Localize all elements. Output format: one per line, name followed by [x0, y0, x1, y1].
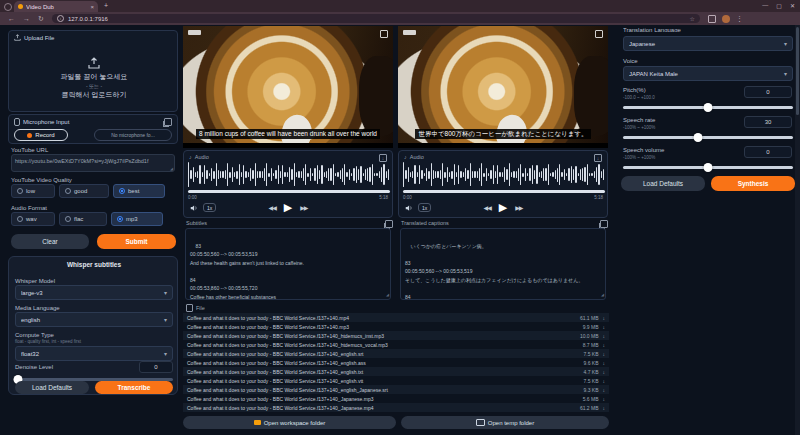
menu-icon[interactable]: ⋮	[736, 15, 743, 23]
file-row[interactable]: Coffee and what it does to your body - B…	[183, 313, 609, 322]
media-language-select[interactable]: english ▾	[15, 312, 173, 327]
submit-button[interactable]: Submit	[97, 234, 176, 249]
synthesis-button[interactable]: Synthesis	[711, 176, 795, 191]
volume-value[interactable]: 0	[744, 146, 792, 158]
resize-handle-icon[interactable]: ◢	[386, 292, 389, 299]
download-icon[interactable]: ↓	[603, 324, 610, 330]
play-icon[interactable]: ▶	[499, 201, 507, 214]
close-icon[interactable]: ✕	[790, 2, 795, 9]
slider-handle[interactable]	[704, 163, 713, 172]
file-row[interactable]: Coffee and what it does to your body - B…	[183, 322, 609, 331]
download-icon[interactable]: ↓	[603, 387, 610, 393]
browser-tab[interactable]: Video Dub ×	[14, 1, 98, 12]
minimize-icon[interactable]: —	[762, 2, 768, 9]
file-row[interactable]: Coffee and what it does to your body - B…	[183, 376, 609, 385]
file-row[interactable]: Coffee and what it does to your body - B…	[183, 340, 609, 349]
upload-panel[interactable]: Upload File 파일을 끌어 놓으세요 - 또는 - 클릭해서 업로드하…	[8, 30, 178, 112]
whisper-load-defaults-button[interactable]: Load Defaults	[15, 381, 89, 394]
rewind-icon[interactable]: ◀◀	[269, 204, 276, 211]
audio-download-icon[interactable]: ↓	[379, 154, 387, 162]
download-icon[interactable]: ↓	[603, 360, 610, 366]
file-row[interactable]: Coffee and what it does to your body - B…	[183, 358, 609, 367]
waveform[interactable]	[403, 162, 605, 187]
transcribe-button[interactable]: Transcribe	[95, 381, 173, 394]
resize-handle-icon[interactable]: ◢	[170, 166, 173, 171]
file-row[interactable]: Coffee and what it does to your body - B…	[183, 394, 609, 403]
address-bar[interactable]: i 127.0.0.1:7916 ☆	[52, 14, 700, 23]
youtube-url-input[interactable]: https://youtu.be/0wEXtD7Y0kM?si=yJjWgJ7i…	[11, 154, 175, 172]
translated-captions-textarea[interactable]: いくつかの癌とパーキンソン病。 83 00:05:50,560 --> 00:0…	[400, 228, 606, 300]
waveform-scrollbar[interactable]	[188, 190, 390, 193]
back-icon[interactable]: ←	[8, 15, 15, 22]
whisper-model-select[interactable]: large-v3 ▾	[15, 285, 173, 300]
fast-forward-icon[interactable]: ▶▶	[300, 204, 307, 211]
fullscreen-icon[interactable]	[595, 30, 603, 38]
subtitles-textarea[interactable]: 83 00:05:50,560 --> 00:05:53,519 And the…	[185, 228, 391, 300]
quality-option-low[interactable]: low	[11, 184, 55, 198]
mic-device-select[interactable]: No microphone fo...	[94, 129, 172, 141]
translation-language-select[interactable]: Japanese ▾	[623, 36, 793, 51]
new-tab-button[interactable]: +	[104, 2, 108, 9]
fast-forward-icon[interactable]: ▶▶	[515, 204, 522, 211]
format-option-mp3[interactable]: mp3	[111, 212, 163, 226]
download-icon[interactable]: ↓	[603, 315, 610, 321]
mic-settings-icon[interactable]	[164, 118, 172, 126]
compute-type-select[interactable]: float32 ▾	[15, 346, 173, 361]
tab-close-icon[interactable]: ×	[90, 4, 94, 10]
tts-load-defaults-button[interactable]: Load Defaults	[621, 176, 705, 191]
slider-track[interactable]	[623, 136, 793, 139]
reload-icon[interactable]: ↻	[38, 15, 44, 23]
source-video[interactable]: 8 million cups of coffee will have been …	[183, 26, 393, 148]
whisper-title[interactable]: Whisper subtitles	[9, 261, 179, 268]
file-row[interactable]: Coffee and what it does to your body - B…	[183, 349, 609, 358]
file-row[interactable]: Coffee and what it does to your body - B…	[183, 385, 609, 394]
fullscreen-icon[interactable]	[380, 30, 388, 38]
record-button[interactable]: Record	[14, 129, 68, 141]
download-icon[interactable]: ↓	[603, 369, 610, 375]
scrollbar-thumb[interactable]	[796, 27, 799, 115]
open-workspace-button[interactable]: Open workspace folder	[183, 416, 396, 429]
rate-slider[interactable]	[623, 133, 793, 142]
volume-slider[interactable]	[623, 163, 793, 172]
slider-handle[interactable]	[704, 103, 713, 112]
rate-value[interactable]: 30	[744, 116, 792, 128]
download-icon[interactable]: ↓	[603, 333, 610, 339]
bookmark-star-icon[interactable]: ☆	[689, 15, 694, 22]
pitch-slider[interactable]	[623, 103, 793, 112]
format-option-wav[interactable]: wav	[11, 212, 55, 226]
audio-download-icon[interactable]: ↓	[594, 154, 602, 162]
forward-icon[interactable]: →	[23, 15, 30, 22]
profile-avatar[interactable]	[722, 15, 730, 23]
download-icon[interactable]: ↓	[603, 351, 610, 357]
drop-click[interactable]: 클릭해서 업로드하기	[9, 90, 179, 100]
quality-option-best[interactable]: best	[113, 184, 165, 198]
denoise-value[interactable]: 0	[139, 361, 173, 373]
open-temp-button[interactable]: Open temp folder	[401, 416, 609, 429]
tab-search-icon[interactable]	[4, 3, 12, 11]
copy-icon[interactable]	[600, 220, 608, 228]
waveform-scrollbar[interactable]	[403, 190, 605, 193]
page-scrollbar[interactable]	[795, 25, 800, 435]
rewind-icon[interactable]: ◀◀	[484, 204, 491, 211]
site-info-icon[interactable]: i	[57, 15, 64, 22]
play-icon[interactable]: ▶	[284, 201, 292, 214]
download-icon[interactable]: ↓	[603, 405, 610, 411]
waveform[interactable]	[188, 162, 390, 187]
slider-handle[interactable]	[693, 133, 702, 142]
pitch-value[interactable]: 0	[744, 86, 792, 98]
resize-handle-icon[interactable]: ◢	[601, 292, 604, 299]
download-icon[interactable]: ↓	[603, 342, 610, 348]
format-option-flac[interactable]: flac	[59, 212, 107, 226]
copy-icon[interactable]	[385, 220, 393, 228]
clear-button[interactable]: Clear	[11, 234, 89, 249]
quality-option-good[interactable]: good	[59, 184, 109, 198]
file-row[interactable]: Coffee and what it does to your body - B…	[183, 367, 609, 376]
download-icon[interactable]: ↓	[603, 378, 610, 384]
voice-select[interactable]: JAPAN Keita Male ▾	[623, 66, 793, 81]
file-row[interactable]: Coffee and what it does to your body - B…	[183, 403, 609, 412]
download-icon[interactable]: ↓	[603, 396, 610, 402]
maximize-icon[interactable]: ▢	[776, 2, 782, 9]
target-video[interactable]: 世界中で800万杯のコーヒーが飲まれたことになります。	[398, 26, 608, 148]
file-row[interactable]: Coffee and what it does to your body - B…	[183, 331, 609, 340]
extensions-icon[interactable]	[708, 15, 716, 23]
